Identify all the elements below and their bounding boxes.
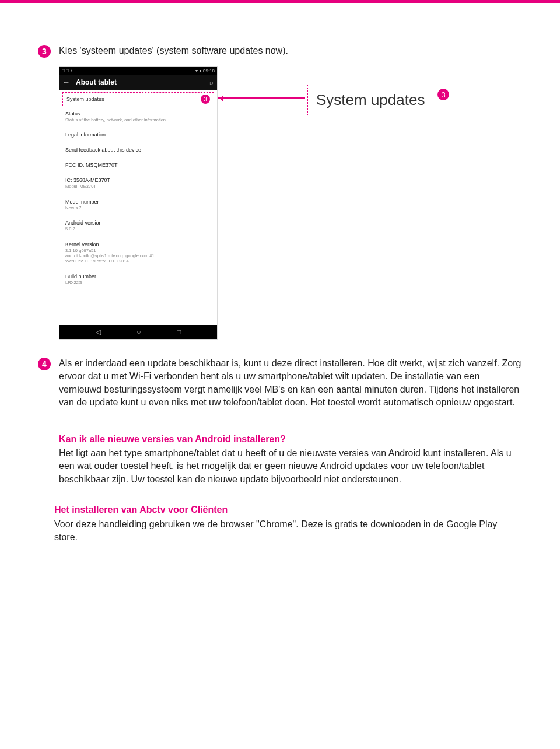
status-right-time: ▾ ∎ 09:18 <box>195 68 215 74</box>
info-block-android-versions: Kan ik alle nieuwe versies van Android i… <box>59 433 522 487</box>
item-sub: Model: ME370T <box>65 184 211 189</box>
step-3-badge: 3 <box>38 45 51 58</box>
install-heading: Het installeren van Abctv voor Cliënten <box>54 503 522 516</box>
tablet-screenshot: □ □ ♪ ▾ ∎ 09:18 ← About tablet ⌕ System … <box>59 66 218 340</box>
item-label: Android version <box>65 220 211 226</box>
list-item[interactable]: Legal information <box>60 127 217 142</box>
nav-back-icon[interactable]: ◁ <box>96 328 101 336</box>
callout-badge-3: 3 <box>438 89 449 100</box>
tablet-blank-area <box>60 290 217 325</box>
status-left-icons: □ □ ♪ <box>62 68 72 74</box>
item-label: Legal information <box>65 132 211 138</box>
system-updates-label: System updates <box>66 96 104 102</box>
search-icon[interactable]: ⌕ <box>209 79 214 86</box>
tablet-nav-bar: ◁ ○ □ <box>60 325 217 339</box>
nav-recent-icon[interactable]: □ <box>177 328 181 336</box>
step-4-badge: 4 <box>38 358 51 370</box>
list-item[interactable]: Build number LRX22G <box>60 269 217 290</box>
system-updates-callout: System updates 3 <box>307 85 453 116</box>
list-item[interactable]: Send feedback about this device <box>60 142 217 158</box>
list-item[interactable]: Status Status of the battery, network, a… <box>60 106 217 127</box>
item-sub: 3.1.10-g6ff7a51 android-build@vpbs1.mtv.… <box>65 248 211 264</box>
item-label: Send feedback about this device <box>65 147 211 153</box>
back-arrow-icon[interactable]: ← <box>63 78 70 86</box>
list-item[interactable]: Model number Nexus 7 <box>60 194 217 215</box>
step-3-row: 3 Kies 'systeem updates' (system softwar… <box>38 44 522 58</box>
item-sub: 5.0.2 <box>65 226 211 232</box>
item-label: Build number <box>65 274 211 279</box>
callout-connector-line <box>218 97 305 99</box>
info-heading: Kan ik alle nieuwe versies van Android i… <box>59 433 522 446</box>
document-page: 3 Kies 'systeem updates' (system softwar… <box>0 4 560 567</box>
item-label: FCC ID: MSQME370T <box>65 162 211 168</box>
step-4-text: Als er inderdaad een update beschikbaar … <box>59 357 522 410</box>
tablet-header: ← About tablet ⌕ <box>60 75 217 90</box>
system-updates-row[interactable]: System updates 3 <box>62 92 214 106</box>
item-sub: LRX22G <box>65 280 211 285</box>
item-sub: Status of the battery, network, and othe… <box>65 117 211 123</box>
list-item[interactable]: Android version 5.0.2 <box>60 215 217 236</box>
highlight-badge-3: 3 <box>201 94 210 104</box>
item-label: IC: 3568A-ME370T <box>65 177 211 183</box>
install-abctv-block: Het installeren van Abctv voor Cliënten … <box>54 503 522 544</box>
tablet-header-title: About tablet <box>76 78 209 86</box>
step-4-row: 4 Als er inderdaad een update beschikbaa… <box>38 357 522 410</box>
item-label: Kernel version <box>65 242 211 247</box>
item-label: Status <box>65 111 211 117</box>
install-body: Voor deze handleiding gebruiken we de br… <box>54 518 522 544</box>
illustration-row: □ □ ♪ ▾ ∎ 09:18 ← About tablet ⌕ System … <box>59 66 522 340</box>
item-label: Model number <box>65 199 211 205</box>
info-body: Het ligt aan het type smartphone/tablet … <box>59 447 522 486</box>
step-3-text: Kies 'systeem updates' (system software … <box>59 44 522 57</box>
list-item[interactable]: IC: 3568A-ME370T Model: ME370T <box>60 173 217 194</box>
callout-text: System updates <box>316 91 425 108</box>
nav-home-icon[interactable]: ○ <box>136 328 141 336</box>
item-sub: Nexus 7 <box>65 205 211 211</box>
list-item[interactable]: FCC ID: MSQME370T <box>60 158 217 173</box>
tablet-status-bar: □ □ ♪ ▾ ∎ 09:18 <box>60 66 217 75</box>
list-item[interactable]: Kernel version 3.1.10-g6ff7a51 android-b… <box>60 237 217 269</box>
